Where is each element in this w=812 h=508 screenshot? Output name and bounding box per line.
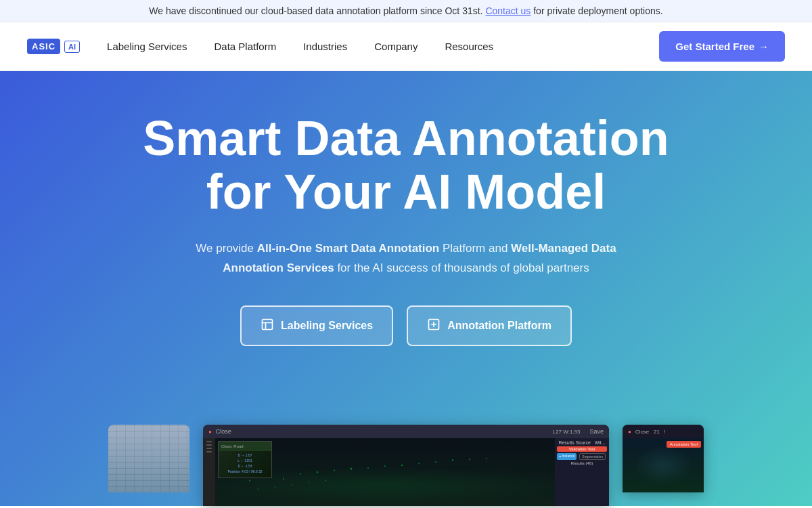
subtitle-plain-2: Platform and: [439, 242, 511, 255]
mock-close-icon: ●: [208, 429, 212, 435]
cta-arrow-icon: →: [759, 41, 769, 52]
svg-point-17: [258, 488, 259, 490]
logo-text: ASIC: [27, 39, 60, 54]
svg-point-18: [275, 487, 276, 488]
navbar: ASIC AI Labeling Services Data Platform …: [0, 22, 812, 71]
announcement-text-before: We have discontinued our cloud-based dat…: [149, 5, 482, 16]
nav-company[interactable]: Company: [374, 41, 418, 52]
svg-rect-0: [263, 320, 273, 330]
labeling-icon: [261, 318, 274, 334]
labeling-services-button[interactable]: Labeling Services: [240, 305, 393, 346]
nav-data-platform[interactable]: Data Platform: [214, 41, 276, 52]
svg-point-16: [486, 458, 487, 459]
preview-right-thumbnail: ● Close 21 ! Annotation Tool: [623, 425, 704, 492]
svg-point-13: [435, 461, 436, 463]
svg-point-21: [325, 480, 327, 482]
get-started-button[interactable]: Get Started Free →: [659, 31, 785, 62]
annotation-platform-button[interactable]: Annotation Platform: [407, 305, 572, 346]
hero-title: Smart Data Annotation for Your AI Model: [143, 112, 669, 219]
svg-point-9: [367, 467, 369, 469]
hero-buttons: Labeling Services Annotation Platform: [240, 305, 572, 346]
svg-point-11: [401, 465, 403, 467]
svg-point-14: [452, 459, 454, 461]
logo[interactable]: ASIC AI: [27, 39, 80, 54]
announcement-text-after: for private deployment options.: [533, 5, 662, 16]
mock-save-label: Save: [589, 428, 604, 435]
nav-links: Labeling Services Data Platform Industri…: [107, 41, 659, 52]
svg-point-8: [351, 468, 353, 470]
subtitle-bold-1: All-in-One Smart Data Annotation: [257, 242, 440, 255]
nav-resources[interactable]: Resources: [445, 41, 493, 52]
svg-point-2: [249, 480, 250, 482]
preview-annotation-app: ● Close L27 W:1.93 Save: [203, 425, 609, 506]
subtitle-plain-1: We provide: [196, 242, 256, 255]
svg-point-12: [418, 463, 420, 465]
logo-ai-badge: AI: [64, 41, 80, 53]
mock-close-right-icon: ●: [628, 429, 631, 435]
subtitle-plain-3: for the AI success of thousands of globa…: [334, 261, 589, 274]
svg-point-7: [334, 470, 335, 471]
hero-subtitle: We provide All-in-One Smart Data Annotat…: [169, 239, 643, 278]
annotation-icon: [427, 318, 441, 334]
mock-results-label: Results (46): [557, 461, 607, 465]
preview-thumbnails: ● Close L27 W:1.93 Save: [0, 425, 812, 506]
nav-labeling-services[interactable]: Labeling Services: [107, 41, 187, 52]
svg-point-20: [309, 482, 310, 483]
svg-point-19: [292, 484, 293, 486]
contact-us-link[interactable]: Contact us: [485, 5, 531, 16]
hero-section: Smart Data Annotation for Your AI Model …: [0, 71, 812, 506]
announcement-bar: We have discontinued our cloud-based dat…: [0, 0, 812, 22]
svg-point-6: [317, 471, 319, 473]
mock-close-label: Close: [216, 428, 231, 435]
svg-point-5: [300, 473, 301, 475]
svg-point-10: [384, 465, 386, 467]
preview-building-thumbnail: [108, 425, 189, 492]
svg-point-15: [469, 459, 470, 460]
nav-industries[interactable]: Industries: [303, 41, 347, 52]
svg-point-4: [283, 478, 284, 480]
